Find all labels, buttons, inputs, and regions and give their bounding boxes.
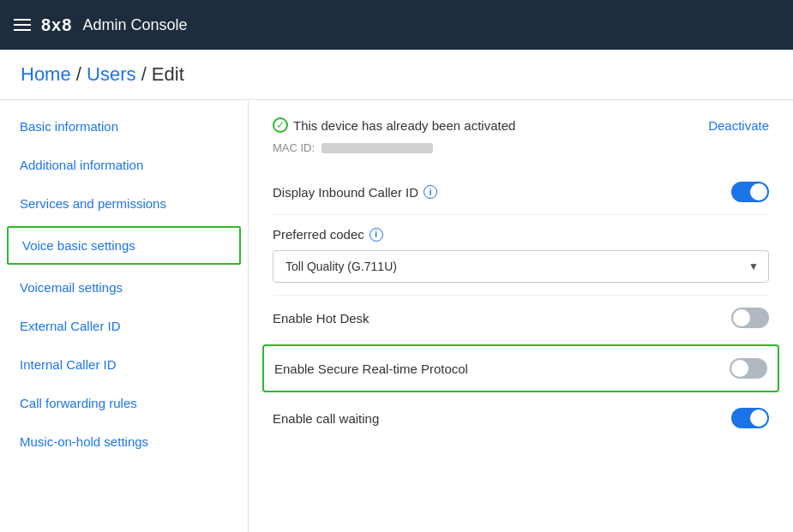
breadcrumb-users[interactable]: Users [87, 63, 135, 85]
codec-select[interactable]: Toll Quality (G.711U) High Quality (G.72… [273, 250, 769, 283]
sidebar-item-additional-information[interactable]: Additional information [0, 146, 248, 184]
enable-call-waiting-label: Enable call waiting [273, 411, 379, 426]
deactivate-button[interactable]: Deactivate [708, 118, 769, 133]
enable-call-waiting-toggle-knob [750, 409, 767, 427]
display-inbound-label: Display Inbound Caller ID i [273, 185, 437, 200]
header: 8x8 Admin Console [0, 0, 793, 50]
display-inbound-toggle[interactable] [731, 182, 769, 202]
app-title: Admin Console [82, 16, 187, 34]
codec-label: Preferred codec i [273, 227, 769, 242]
breadcrumb-sep2: / [141, 63, 152, 85]
enable-srtp-label: Enable Secure Real-time Protocol [274, 362, 468, 376]
sidebar: Basic information Additional information… [0, 100, 249, 532]
check-circle-icon: ✓ [273, 117, 288, 133]
breadcrumb: Home / Users / Edit [0, 50, 793, 100]
enable-hot-desk-row: Enable Hot Desk [273, 296, 769, 341]
breadcrumb-home[interactable]: Home [21, 63, 71, 85]
sidebar-item-basic-information[interactable]: Basic information [0, 107, 248, 146]
enable-hot-desk-toggle-knob [733, 309, 750, 326]
display-inbound-caller-id-row: Display Inbound Caller ID i [273, 170, 769, 215]
sidebar-item-external-caller-id[interactable]: External Caller ID [0, 307, 248, 345]
activation-row: ✓ This device has already been activated… [273, 117, 769, 133]
enable-hot-desk-toggle[interactable] [731, 308, 769, 328]
activation-text: This device has already been activated [293, 118, 515, 133]
enable-srtp-highlight-box: Enable Secure Real-time Protocol [262, 344, 779, 392]
enable-hot-desk-label: Enable Hot Desk [273, 311, 369, 326]
breadcrumb-sep1: / [76, 63, 87, 85]
sidebar-item-internal-caller-id[interactable]: Internal Caller ID [0, 345, 248, 384]
content-area: ✓ This device has already been activated… [249, 100, 793, 532]
enable-srtp-row: Enable Secure Real-time Protocol [274, 346, 767, 391]
codec-select-wrapper: Toll Quality (G.711U) High Quality (G.72… [273, 250, 769, 283]
sidebar-item-music-on-hold-settings[interactable]: Music-on-hold settings [0, 422, 248, 461]
enable-srtp-toggle-knob [731, 360, 748, 377]
hamburger-menu[interactable] [14, 19, 31, 31]
sidebar-item-services-and-permissions[interactable]: Services and permissions [0, 184, 248, 223]
enable-srtp-toggle[interactable] [730, 358, 767, 379]
sidebar-item-call-forwarding-rules[interactable]: Call forwarding rules [0, 384, 248, 422]
logo: 8x8 [41, 15, 72, 35]
main-container: Basic information Additional information… [0, 100, 793, 532]
breadcrumb-current: Edit [152, 63, 184, 85]
sidebar-item-voicemail-settings[interactable]: Voicemail settings [0, 268, 248, 307]
activation-status: ✓ This device has already been activated [273, 117, 515, 133]
mac-id-row: MAC ID: [273, 141, 769, 154]
codec-info-icon[interactable]: i [369, 228, 383, 242]
enable-call-waiting-toggle[interactable] [731, 408, 769, 428]
display-inbound-toggle-knob [750, 183, 767, 200]
display-inbound-info-icon[interactable]: i [424, 185, 437, 199]
enable-call-waiting-row: Enable call waiting [273, 396, 769, 440]
mac-label: MAC ID: [273, 141, 315, 154]
sidebar-item-voice-basic-settings[interactable]: Voice basic settings [7, 226, 241, 265]
codec-section: Preferred codec i Toll Quality (G.711U) … [273, 215, 769, 296]
mac-id-value [321, 143, 433, 153]
